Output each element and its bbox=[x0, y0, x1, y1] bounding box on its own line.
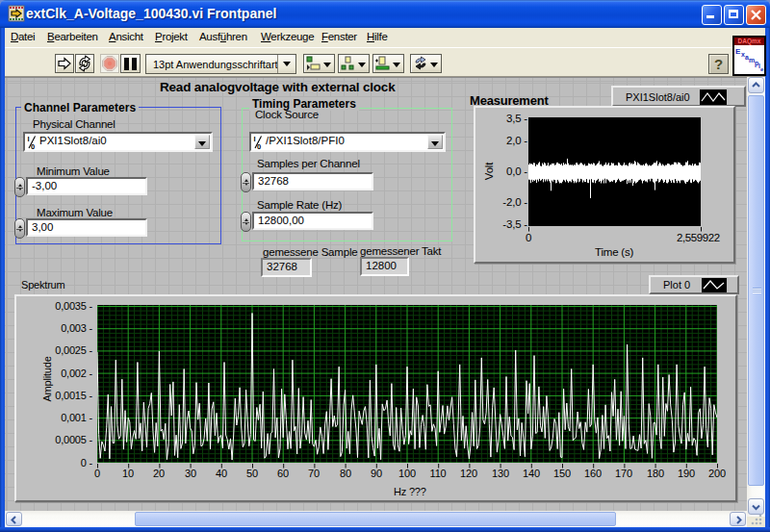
svg-text:e: e bbox=[760, 66, 764, 72]
svg-text:I: I bbox=[28, 135, 30, 143]
svg-text:I: I bbox=[254, 135, 256, 143]
